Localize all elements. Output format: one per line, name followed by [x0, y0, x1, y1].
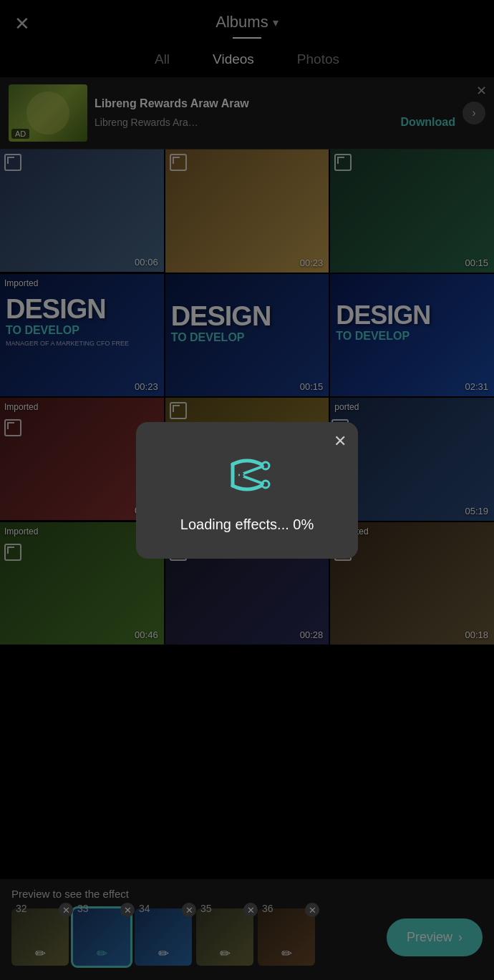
modal-close-button[interactable]: ✕ — [334, 432, 347, 451]
loading-modal: ✕ Loading effects... 0% — [136, 422, 358, 559]
modal-overlay: ✕ Loading effects... 0% — [0, 0, 494, 980]
loading-text: Loading effects... 0% — [180, 516, 314, 533]
svg-point-3 — [262, 481, 269, 488]
svg-point-2 — [262, 462, 269, 469]
app-logo — [218, 454, 276, 499]
